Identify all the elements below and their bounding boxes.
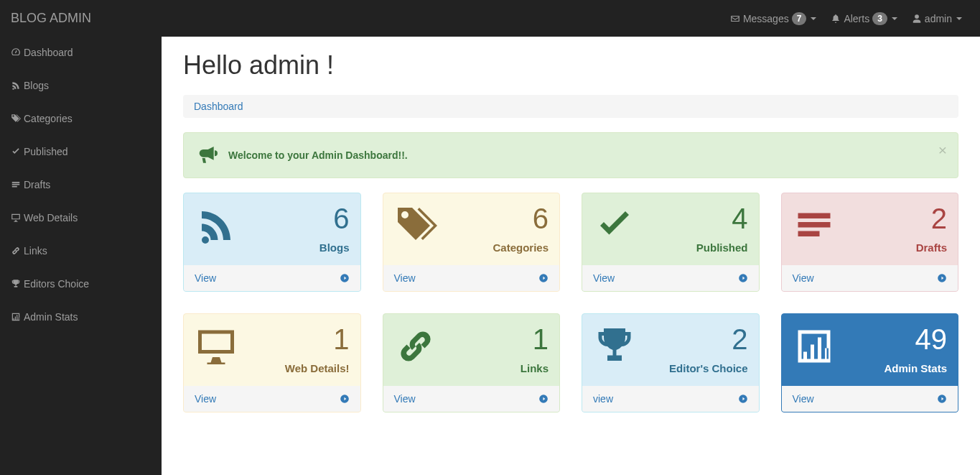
user-label: admin xyxy=(925,13,952,24)
list-icon xyxy=(793,204,836,247)
caret-icon xyxy=(811,17,816,20)
arrow-right-icon xyxy=(937,273,947,283)
card-web-details-: 1 Web Details! View xyxy=(183,313,361,412)
breadcrumb: Dashboard xyxy=(183,95,958,118)
sidebar-item-published[interactable]: Published xyxy=(0,135,162,168)
card-view-link[interactable]: View xyxy=(782,265,958,291)
alert-text: Welcome to your Admin Dashboard!!. xyxy=(228,149,408,161)
sidebar-item-label: Editors Choice xyxy=(24,278,89,290)
card-editor-s-choice: 2 Editor's Choice view xyxy=(582,313,760,412)
alerts-badge: 3 xyxy=(872,12,887,25)
breadcrumb-link[interactable]: Dashboard xyxy=(194,101,243,112)
sidebar-item-drafts[interactable]: Drafts xyxy=(0,168,162,201)
bullhorn-icon xyxy=(195,144,218,167)
card-view-link[interactable]: View xyxy=(582,265,759,291)
arrow-right-icon xyxy=(538,394,549,404)
cards-grid: 6 Blogs View 6 Categories View 4 Publish… xyxy=(183,193,958,412)
sidebar-item-categories[interactable]: Categories xyxy=(0,102,162,135)
sidebar-item-admin-stats[interactable]: Admin Stats xyxy=(0,300,162,333)
main-content: Hello admin ! Dashboard Welcome to your … xyxy=(162,36,980,427)
card-label: Drafts xyxy=(916,241,947,254)
card-published: 4 Published View xyxy=(582,193,760,292)
sidebar-item-label: Drafts xyxy=(24,179,50,190)
sidebar-item-editors-choice[interactable]: Editors Choice xyxy=(0,267,162,300)
user-dropdown[interactable]: admin xyxy=(905,2,969,35)
card-body: 6 Categories xyxy=(383,193,560,265)
card-categories: 6 Categories View xyxy=(383,193,561,292)
messages-label: Messages xyxy=(743,13,789,24)
card-stats: 1 Web Details! xyxy=(285,325,350,374)
messages-dropdown[interactable]: Messages 7 xyxy=(723,1,824,36)
barchart-icon xyxy=(11,312,21,322)
card-label: Links xyxy=(521,362,549,374)
alerts-dropdown[interactable]: Alerts 3 xyxy=(823,1,904,36)
view-label: View xyxy=(195,393,216,405)
link-icon xyxy=(394,325,437,368)
card-count: 1 xyxy=(521,325,549,354)
card-stats: 49 Admin Stats xyxy=(884,325,947,374)
alerts-label: Alerts xyxy=(844,13,869,24)
navbar-right: Messages 7 Alerts 3 admin xyxy=(723,1,969,36)
sidebar-item-label: Links xyxy=(24,245,47,257)
dashboard-icon xyxy=(11,47,21,57)
sidebar-item-blogs[interactable]: Blogs xyxy=(0,69,162,102)
view-label: View xyxy=(394,272,416,284)
card-view-link[interactable]: View xyxy=(383,265,560,291)
card-count: 1 xyxy=(285,325,350,354)
rss-icon xyxy=(11,80,21,91)
trophy-icon xyxy=(11,279,21,289)
check-icon xyxy=(11,147,21,157)
view-label: View xyxy=(195,272,216,284)
card-label: Blogs xyxy=(319,241,350,254)
sidebar-item-label: Dashboard xyxy=(24,47,73,58)
card-body: 2 Editor's Choice xyxy=(582,314,759,386)
card-admin-stats: 49 Admin Stats View xyxy=(781,313,959,412)
card-count: 6 xyxy=(319,204,350,233)
sidebar-item-dashboard[interactable]: Dashboard xyxy=(0,36,162,69)
card-count: 49 xyxy=(884,325,947,354)
user-icon xyxy=(912,14,922,24)
sidebar-item-label: Admin Stats xyxy=(24,311,78,323)
card-count: 4 xyxy=(696,204,748,233)
sidebar-item-label: Categories xyxy=(24,113,73,124)
card-count: 2 xyxy=(669,325,747,354)
view-label: View xyxy=(394,393,416,405)
tags-icon xyxy=(394,204,437,247)
link-icon xyxy=(11,246,21,256)
sidebar-item-label: Blogs xyxy=(24,80,49,91)
card-stats: 2 Drafts xyxy=(916,204,947,254)
card-label: Editor's Choice xyxy=(669,362,747,374)
card-stats: 6 Categories xyxy=(493,204,549,254)
tags-icon xyxy=(11,114,21,124)
caret-icon xyxy=(892,17,897,20)
card-drafts: 2 Drafts View xyxy=(781,193,959,292)
list-icon xyxy=(11,180,21,190)
view-label: View xyxy=(793,393,814,405)
desktop-icon xyxy=(11,213,21,223)
sidebar-item-web-details[interactable]: Web Details xyxy=(0,201,162,234)
card-blogs: 6 Blogs View xyxy=(183,193,361,292)
card-view-link[interactable]: View xyxy=(184,265,360,291)
alert-close-button[interactable]: × xyxy=(938,142,947,159)
envelope-icon xyxy=(730,14,740,24)
card-body: 6 Blogs xyxy=(184,193,360,265)
sidebar-item-links[interactable]: Links xyxy=(0,234,162,267)
view-label: View xyxy=(793,272,814,284)
card-label: Admin Stats xyxy=(884,362,947,374)
welcome-alert: Welcome to your Admin Dashboard!!. × xyxy=(183,132,958,178)
card-label: Categories xyxy=(493,241,549,254)
card-count: 6 xyxy=(493,204,549,233)
card-links: 1 Links View xyxy=(383,313,561,412)
arrow-right-icon xyxy=(738,394,748,404)
card-stats: 2 Editor's Choice xyxy=(669,325,747,374)
card-stats: 4 Published xyxy=(696,204,748,254)
card-view-link[interactable]: View xyxy=(383,386,560,412)
card-view-link[interactable]: View xyxy=(184,386,360,412)
card-stats: 6 Blogs xyxy=(319,204,350,254)
card-view-link[interactable]: View xyxy=(782,386,958,412)
messages-badge: 7 xyxy=(792,12,807,25)
card-view-link[interactable]: view xyxy=(582,386,759,412)
barchart-icon xyxy=(793,325,836,368)
brand-link[interactable]: BLOG ADMIN xyxy=(11,0,91,37)
caret-icon xyxy=(956,17,962,20)
